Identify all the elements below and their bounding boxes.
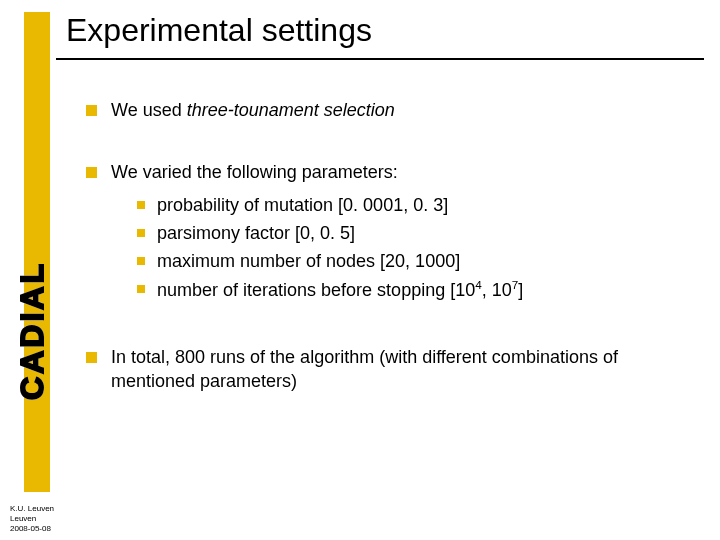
sub-bullet-text: parsimony factor [0, 0. 5] bbox=[157, 221, 355, 245]
bullet-icon bbox=[86, 167, 97, 178]
text-italic: three-tounament selection bbox=[187, 100, 395, 120]
bullet-item: We used three-tounament selection bbox=[86, 98, 686, 122]
slide-title: Experimental settings bbox=[66, 12, 372, 49]
bullet-icon bbox=[137, 229, 145, 237]
logo-text: CADIAL bbox=[14, 261, 51, 400]
footer-date: 2008-05-08 bbox=[10, 524, 54, 534]
bullet-icon bbox=[137, 201, 145, 209]
text-span: ] bbox=[518, 280, 523, 300]
sub-bullet-item: parsimony factor [0, 0. 5] bbox=[137, 221, 523, 245]
footer-line: Leuven bbox=[10, 514, 54, 524]
sub-list: probability of mutation [0. 0001, 0. 3] … bbox=[111, 193, 523, 303]
bullet-item: In total, 800 runs of the algorithm (wit… bbox=[86, 345, 686, 394]
bullet-text: In total, 800 runs of the algorithm (wit… bbox=[111, 345, 686, 394]
footer-line: K.U. Leuven bbox=[10, 504, 54, 514]
bullet-icon bbox=[137, 257, 145, 265]
bullet-icon bbox=[137, 285, 145, 293]
logo: CADIAL bbox=[12, 220, 52, 440]
bullet-item: We varied the following parameters: prob… bbox=[86, 160, 686, 306]
sub-bullet-text: maximum number of nodes [20, 1000] bbox=[157, 249, 460, 273]
bullet-icon bbox=[86, 105, 97, 116]
text-span: , 10 bbox=[482, 280, 512, 300]
sub-bullet-item: maximum number of nodes [20, 1000] bbox=[137, 249, 523, 273]
text-span: We used bbox=[111, 100, 187, 120]
bullet-text: We varied the following parameters: bbox=[111, 160, 523, 184]
sub-bullet-text: number of iterations before stopping [10… bbox=[157, 277, 523, 302]
text-span: number of iterations before stopping [10 bbox=[157, 280, 475, 300]
sub-bullet-item: number of iterations before stopping [10… bbox=[137, 277, 523, 302]
bullet-icon bbox=[86, 352, 97, 363]
sub-bullet-item: probability of mutation [0. 0001, 0. 3] bbox=[137, 193, 523, 217]
bullet-text: We used three-tounament selection bbox=[111, 98, 395, 122]
slide-body: We used three-tounament selection We var… bbox=[86, 98, 686, 393]
bullet-text-group: We varied the following parameters: prob… bbox=[111, 160, 523, 306]
footer: K.U. Leuven Leuven 2008-05-08 bbox=[10, 504, 54, 534]
sub-bullet-text: probability of mutation [0. 0001, 0. 3] bbox=[157, 193, 448, 217]
title-underline bbox=[56, 58, 704, 60]
